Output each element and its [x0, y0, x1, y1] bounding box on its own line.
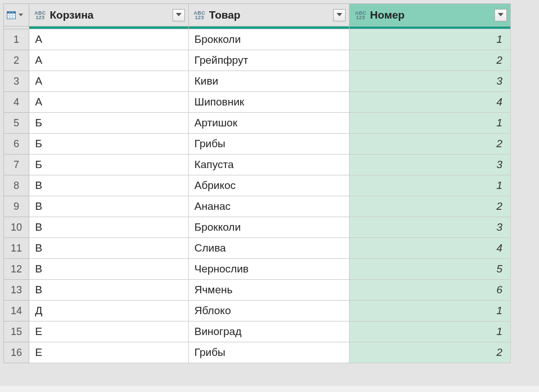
table-row[interactable]: 2АГрейпфрут2 — [4, 50, 511, 71]
row-number[interactable]: 9 — [4, 196, 29, 217]
cell-korzina[interactable]: В — [29, 238, 189, 259]
cell-nomer[interactable]: 2 — [350, 50, 511, 71]
row-number[interactable]: 2 — [4, 50, 29, 71]
cell-nomer[interactable]: 4 — [350, 238, 511, 259]
column-header-korzina[interactable]: ABC 123 Корзина — [29, 4, 189, 27]
cell-nomer[interactable]: 3 — [350, 71, 511, 92]
row-number[interactable]: 11 — [4, 238, 29, 259]
table-icon — [6, 11, 16, 20]
cell-tovar[interactable]: Брокколи — [188, 29, 350, 50]
row-number[interactable]: 3 — [4, 71, 29, 92]
table-row[interactable]: 7БКапуста3 — [4, 155, 511, 175]
table-row[interactable]: 16ЕГрибы2 — [4, 342, 511, 363]
column-header-nomer[interactable]: ABC 123 Номер — [350, 4, 511, 27]
cell-tovar[interactable]: Ананас — [188, 196, 350, 217]
cell-tovar[interactable]: Виноград — [188, 321, 350, 342]
datatype-any-icon: ABC 123 — [193, 11, 206, 20]
cell-nomer[interactable]: 1 — [350, 113, 511, 134]
cell-tovar[interactable]: Артишок — [188, 113, 350, 134]
cell-tovar[interactable]: Слива — [188, 238, 350, 259]
table-row[interactable]: 10ВБрокколи3 — [4, 217, 511, 238]
row-number[interactable]: 10 — [4, 217, 29, 238]
cell-korzina[interactable]: Б — [29, 134, 189, 155]
row-number[interactable]: 12 — [4, 259, 29, 280]
cell-nomer[interactable]: 5 — [350, 259, 511, 280]
cell-korzina[interactable]: В — [29, 175, 189, 196]
cell-nomer[interactable]: 3 — [350, 155, 511, 175]
table-body: 1АБрокколи12АГрейпфрут23АКиви34АШиповник… — [4, 29, 511, 363]
cell-tovar[interactable]: Чернослив — [188, 259, 350, 280]
row-number[interactable]: 13 — [4, 280, 29, 301]
column-header-tovar[interactable]: ABC 123 Товар — [188, 4, 350, 27]
cell-korzina[interactable]: А — [29, 29, 189, 50]
column-name: Номер — [370, 9, 404, 21]
cell-nomer[interactable]: 6 — [350, 280, 511, 301]
row-number[interactable]: 5 — [4, 113, 29, 134]
cell-nomer[interactable]: 2 — [350, 196, 511, 217]
row-number[interactable]: 6 — [4, 134, 29, 155]
filter-dropdown-icon[interactable] — [494, 9, 507, 21]
row-number[interactable]: 4 — [4, 92, 29, 113]
table-row[interactable]: 4АШиповник4 — [4, 92, 511, 113]
cell-tovar[interactable]: Киви — [188, 71, 350, 92]
row-number[interactable]: 15 — [4, 321, 29, 342]
cell-nomer[interactable]: 1 — [350, 321, 511, 342]
table-row[interactable]: 9ВАнанас2 — [4, 196, 511, 217]
table-row[interactable]: 6БГрибы2 — [4, 134, 511, 155]
cell-tovar[interactable]: Яблоко — [188, 301, 350, 321]
table-row[interactable]: 3АКиви3 — [4, 71, 511, 92]
datatype-any-icon: ABC 123 — [354, 11, 366, 20]
filter-dropdown-icon[interactable] — [333, 9, 346, 21]
cell-korzina[interactable]: Е — [29, 342, 189, 363]
cell-tovar[interactable]: Шиповник — [188, 92, 350, 113]
cell-korzina[interactable]: Б — [29, 155, 189, 175]
cell-tovar[interactable]: Грибы — [188, 134, 350, 155]
cell-nomer[interactable]: 1 — [350, 301, 511, 321]
table-row[interactable]: 11ВСлива4 — [4, 238, 511, 259]
cell-korzina[interactable]: В — [29, 259, 189, 280]
filter-dropdown-icon[interactable] — [173, 9, 185, 21]
svg-rect-1 — [7, 11, 16, 14]
table-row[interactable]: 1АБрокколи1 — [4, 29, 511, 50]
cell-korzina[interactable]: В — [29, 280, 189, 301]
cell-tovar[interactable]: Капуста — [188, 155, 350, 175]
cell-korzina[interactable]: Е — [29, 321, 189, 342]
row-number[interactable]: 1 — [4, 29, 29, 50]
cell-korzina[interactable]: А — [29, 92, 189, 113]
query-editor-grid: ABC 123 Корзина ABC 123 Товар — [0, 0, 539, 386]
cell-korzina[interactable]: А — [29, 71, 189, 92]
cell-korzina[interactable]: Б — [29, 113, 189, 134]
row-number[interactable]: 8 — [4, 175, 29, 196]
column-name: Товар — [209, 9, 241, 21]
cell-tovar[interactable]: Ячмень — [188, 280, 350, 301]
datatype-any-icon: ABC 123 — [34, 11, 46, 20]
cell-korzina[interactable]: В — [29, 196, 189, 217]
cell-tovar[interactable]: Грейпфрут — [188, 50, 350, 71]
cell-tovar[interactable]: Абрикос — [188, 175, 350, 196]
corner-dropdown-icon[interactable] — [17, 11, 24, 20]
row-number[interactable]: 14 — [4, 301, 29, 321]
table-row[interactable]: 13ВЯчмень6 — [4, 280, 511, 301]
row-number[interactable]: 7 — [4, 155, 29, 175]
cell-nomer[interactable]: 2 — [350, 134, 511, 155]
table-row[interactable]: 12ВЧернослив5 — [4, 259, 511, 280]
table-row[interactable]: 8ВАбрикос1 — [4, 175, 511, 196]
cell-nomer[interactable]: 4 — [350, 92, 511, 113]
select-all-corner[interactable] — [4, 4, 29, 27]
cell-nomer[interactable]: 1 — [350, 29, 511, 50]
row-number[interactable]: 16 — [4, 342, 29, 363]
table-row[interactable]: 15ЕВиноград1 — [4, 321, 511, 342]
cell-tovar[interactable]: Грибы — [188, 342, 350, 363]
cell-korzina[interactable]: В — [29, 217, 189, 238]
cell-nomer[interactable]: 2 — [350, 342, 511, 363]
column-name: Корзина — [50, 9, 94, 21]
cell-tovar[interactable]: Брокколи — [188, 217, 350, 238]
table-row[interactable]: 5БАртишок1 — [4, 113, 511, 134]
cell-korzina[interactable]: Д — [29, 301, 189, 321]
cell-nomer[interactable]: 1 — [350, 175, 511, 196]
header-row: ABC 123 Корзина ABC 123 Товар — [4, 4, 511, 27]
cell-korzina[interactable]: А — [29, 50, 189, 71]
data-table: ABC 123 Корзина ABC 123 Товар — [3, 3, 511, 363]
table-row[interactable]: 14ДЯблоко1 — [4, 301, 511, 321]
cell-nomer[interactable]: 3 — [350, 217, 511, 238]
